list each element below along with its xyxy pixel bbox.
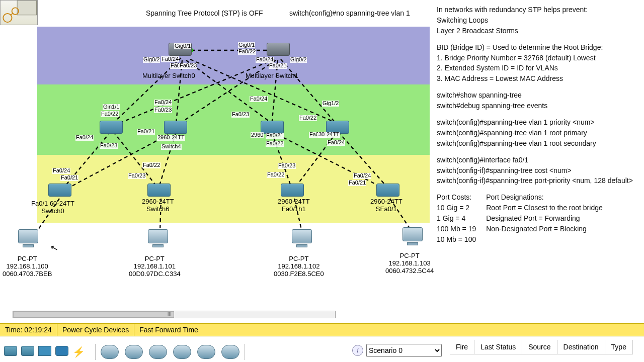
port-fa023c: Fa0/23 <box>100 143 118 149</box>
col-destination[interactable]: Destination <box>557 340 605 354</box>
power-cycle-button[interactable]: Power Cycle Devices <box>57 324 134 336</box>
port-fa01-far: SFa0/1 <box>376 205 397 213</box>
label-switch6: 2960-24TTSwitch6 <box>142 198 174 213</box>
device-pc3[interactable] <box>403 227 423 246</box>
palette-model-4[interactable] <box>173 345 191 359</box>
port-fa024-mls1: Fa0/24 <box>256 57 274 63</box>
fast-forward-button[interactable]: Fast Forward Time <box>134 324 203 336</box>
label-distc: 2960 <box>251 132 264 138</box>
label-mls0: Multilayer Switch0 <box>142 72 195 80</box>
label-switch-far: 2960-24TTSFa0/1 <box>370 198 403 213</box>
port-gig02-mls0: Gig0/2 <box>143 57 160 63</box>
label-pc0: PC-PT192.168.1.1000060.4703.7BEB <box>3 255 52 278</box>
label-distd: 30-24TT <box>318 132 340 138</box>
palette-router-icon[interactable] <box>4 346 17 356</box>
port-fa021b: Fa0/21 <box>266 133 284 139</box>
palette-switch-icon[interactable] <box>21 346 34 356</box>
col-last-status[interactable]: Last Status <box>474 340 522 354</box>
port-fa024-mls0: Fa0/24 <box>161 56 179 62</box>
palette-wireless-icon[interactable] <box>55 346 68 356</box>
port-gig01-mls0: Gig0/1 <box>174 43 191 49</box>
port-fa01-sw1: Fa0/1 <box>282 205 298 213</box>
device-switch-far[interactable] <box>376 184 399 197</box>
port-fa01-sw0: Fa0/1 <box>31 200 48 207</box>
model-far: 2960-24TT <box>370 198 403 205</box>
device-pc1[interactable] <box>148 229 168 248</box>
col-type[interactable]: Type <box>605 340 633 354</box>
palette-model-5[interactable] <box>197 345 215 359</box>
port-gig02-mls1: Gig0/2 <box>290 57 307 63</box>
distribution-layer-band <box>37 84 430 155</box>
label-switch0: Fa0/1 60-24TTSwitch0 <box>31 200 74 215</box>
palette-hub-icon[interactable] <box>38 346 51 356</box>
label-pc1: PC-PT192.168.1.10100D0.97DC.C334 <box>129 255 181 278</box>
port-fa023a: Fa0/23 <box>154 107 172 113</box>
palette-connections-icon[interactable]: ⚡ <box>72 346 85 358</box>
notes-cfg: switch(config)#spanning-tree vlan 1 prio… <box>437 118 643 148</box>
port-fa024d: Fa0/24 <box>52 168 70 174</box>
port-fa024b: Fa0/24 <box>250 96 268 102</box>
canvas-note-right: switch(config)#no spanning-tree vlan 1 <box>289 9 410 17</box>
palette-model-6[interactable] <box>221 345 239 359</box>
device-mls1[interactable] <box>267 43 290 56</box>
device-switch0[interactable] <box>48 184 71 197</box>
port-fa024c: Fa0/24 <box>75 135 94 141</box>
notes-desig: Port Designations: Root Port = Closest t… <box>486 193 603 245</box>
port-gig01-mls1: Gig0/1 <box>238 42 255 48</box>
canvas-horizontal-scrollbar[interactable]: III <box>13 311 336 318</box>
simulation-status-bar: Time: 02:19:24 Power Cycle Devices Fast … <box>0 323 644 336</box>
port-fa023d: Fa0/23 <box>128 173 146 179</box>
notes-show: switch#show spanning-treeswitch#debug sp… <box>437 90 643 111</box>
port-fa022e: Fa0/22 <box>267 172 285 178</box>
notes-bid: BID (Bridge ID) = Used to determine the … <box>437 43 643 84</box>
port-fa022a: Fa0/22 <box>101 111 119 117</box>
palette-group-primary: ⚡ <box>0 346 89 358</box>
scenario-selector: i Scenario 0 <box>352 344 442 357</box>
device-dist-a[interactable] <box>100 121 123 134</box>
core-layer-band <box>37 27 430 84</box>
label-mls1: Multilayer Switch1 <box>246 72 298 80</box>
label-pc3: PC-PT192.168.1.1030060.4732.5C44 <box>385 252 434 275</box>
port-fa024a: Fa0/24 <box>154 100 172 106</box>
device-pc2[interactable] <box>292 229 312 248</box>
event-table-header: Fire Last Status Source Destination Type <box>450 340 633 354</box>
device-switch6[interactable] <box>147 184 171 197</box>
mouse-cursor-icon: ↖ <box>49 241 59 254</box>
port-fa024-distd: Fa0/24 <box>327 140 345 146</box>
notes-panel: In networks with redundancy STP helps pr… <box>437 5 643 245</box>
port-fa023e: Fa0/23 <box>278 163 296 169</box>
scenario-dropdown[interactable]: Scenario 0 <box>366 344 442 357</box>
port-fa021d: Fa0/21 <box>60 175 78 181</box>
port-fa021e: Fa0/21 <box>348 180 366 186</box>
port-fa021a: Fa0/21 <box>137 129 155 135</box>
label-pc2: PC-PT192.168.1.1020030.F2E8.5CE0 <box>274 255 324 278</box>
label-distb: 2960-24TT <box>157 135 185 141</box>
palette-model-2[interactable] <box>125 345 143 359</box>
port-fa022c: Fa0/22 <box>266 141 284 147</box>
device-switch1[interactable] <box>281 184 304 197</box>
device-dist-b[interactable] <box>164 121 187 134</box>
palette-group-models <box>95 344 245 360</box>
label-switch1: 2960-24TTFa0/1h1 <box>278 198 310 213</box>
port-fa021-mls1: Fa0/21 <box>269 63 287 69</box>
canvas-note-left: Spanning Tree Protocol (STP) is OFF <box>146 9 263 17</box>
info-icon[interactable]: i <box>352 345 363 356</box>
port-fa022b: Fa0/22 <box>299 115 317 121</box>
topology-canvas[interactable]: Spanning Tree Protocol (STP) is OFF swit… <box>0 0 433 312</box>
port-fa023-mls0: Fa0/23 <box>179 63 197 69</box>
col-source[interactable]: Source <box>522 340 557 354</box>
port-gig12: Gig1/2 <box>322 101 339 107</box>
notes-intro: In networks with redundancy STP helps pr… <box>437 5 643 36</box>
palette-model-1[interactable] <box>101 345 119 359</box>
sim-time: Time: 02:19:24 <box>0 324 57 336</box>
notes-costs: Port Costs: 10 Gig = 21 Gig = 4100 Mb = … <box>437 193 476 245</box>
label-distb2: Switch4 <box>161 144 182 150</box>
device-pc0[interactable] <box>18 229 38 248</box>
port-fa023b: Fa0/23 <box>231 112 250 118</box>
palette-model-3[interactable] <box>149 345 167 359</box>
col-fire[interactable]: Fire <box>450 340 474 354</box>
port-fa022-mls1: Fa0/22 <box>238 49 256 55</box>
port-gin11: Gin1/1 <box>103 104 120 110</box>
port-fa022d: Fa0/22 <box>142 162 160 168</box>
scrollbar-thumb[interactable]: III <box>13 311 174 318</box>
